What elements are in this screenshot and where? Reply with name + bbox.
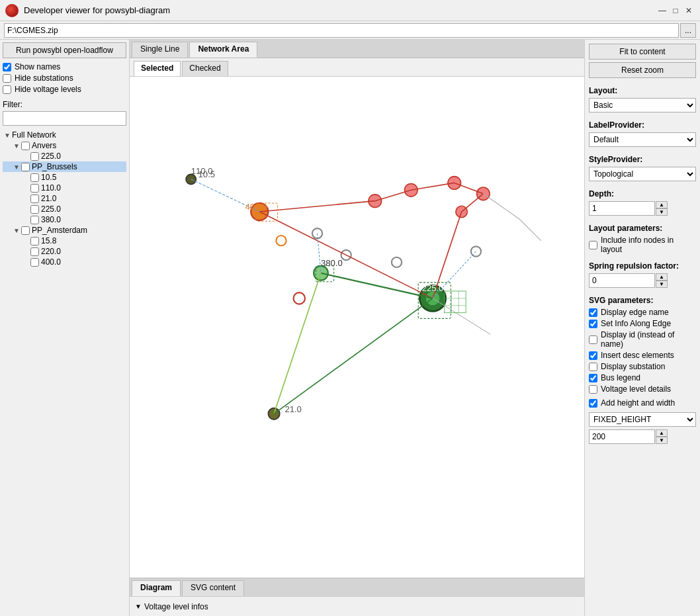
tree-checkbox-amsterdam-400[interactable] (30, 258, 39, 267)
tree-checkbox-brussels-21[interactable] (30, 195, 39, 203)
voltage-level-details-row: Voltage level details (589, 384, 696, 394)
reset-zoom-button[interactable]: Reset zoom (589, 62, 696, 78)
hide-substations-checkbox[interactable] (3, 74, 11, 83)
tree-label-brussels-225: 225.0 (41, 204, 61, 214)
height-up-button[interactable]: ▲ (656, 429, 668, 437)
top-tab-single-line[interactable]: Single Line (132, 42, 188, 58)
spring-repulsion-row: ▲ ▼ (589, 273, 696, 288)
fit-to-content-button[interactable]: Fit to content (589, 44, 696, 60)
layout-title: Layout: (589, 86, 696, 95)
display-edge-name-checkbox[interactable] (589, 308, 597, 317)
set-info-along-edge-label: Set Info Along Edge (601, 319, 671, 328)
sub-tab-checked[interactable]: Checked (182, 61, 228, 76)
voltage-infos-header[interactable]: ▼ Voltage level infos (135, 602, 208, 611)
tree-item-pp-amsterdam[interactable]: ▼PP_Amsterdam (3, 225, 126, 236)
tree-label-amsterdam-15: 15.8 (41, 236, 56, 245)
tree-label-brussels-110: 110.0 (41, 183, 61, 193)
styleprovider-select[interactable]: TopologicalNominal (589, 167, 696, 181)
tree-item-full-network[interactable]: ▼Full Network (3, 130, 126, 140)
tree-checkbox-pp-brussels[interactable] (21, 163, 30, 171)
depth-down-button[interactable]: ▼ (656, 208, 668, 216)
tree-item-brussels-380[interactable]: 380.0 (3, 214, 126, 225)
tree-item-anvers-225[interactable]: 225.0 (3, 151, 126, 161)
tree-checkbox-anvers-225[interactable] (30, 152, 39, 161)
hide-voltage-levels-checkbox[interactable] (3, 85, 11, 94)
tree-item-brussels-21[interactable]: 21.0 (3, 193, 126, 204)
include-info-nodes-row: Include info nodes in layout (589, 236, 696, 254)
tree-label-brussels-380: 380.0 (41, 215, 61, 224)
insert-desc-checkbox[interactable] (589, 351, 597, 360)
labelprovider-title: LabelProvider: (589, 120, 696, 130)
display-id-checkbox[interactable] (589, 335, 597, 344)
maximize-button[interactable]: □ (670, 5, 681, 17)
tree-checkbox-brussels-10[interactable] (30, 173, 39, 182)
top-tabs: Single LineNetwork Area (130, 40, 584, 58)
tree-toggle-pp-brussels[interactable]: ▼ (12, 163, 21, 171)
tree-item-amsterdam-400[interactable]: 400.0 (3, 257, 126, 267)
tree-toggle-pp-amsterdam[interactable]: ▼ (12, 227, 21, 234)
depth-input[interactable] (589, 201, 655, 216)
depth-title: Depth: (589, 189, 696, 198)
browse-button[interactable]: ... (680, 23, 696, 38)
tree-checkbox-amsterdam-15[interactable] (30, 237, 39, 245)
filter-label: Filter: (3, 100, 126, 109)
hide-voltage-levels-label: Hide voltage levels (15, 85, 81, 94)
bottom-tab-svg-content[interactable]: SVG content (182, 580, 244, 596)
tree-toggle-full-network[interactable]: ▼ (3, 132, 12, 139)
filter-input[interactable] (3, 111, 126, 126)
voltage-infos-bar[interactable]: ▼ Voltage level infos (130, 596, 584, 616)
voltage-level-details-checkbox[interactable] (589, 385, 597, 394)
height-down-button[interactable]: ▼ (656, 437, 668, 444)
tree-item-pp-brussels[interactable]: ▼PP_Brussels (3, 161, 126, 172)
spring-repulsion-down-button[interactable]: ▼ (656, 281, 668, 288)
add-height-width-checkbox[interactable] (589, 399, 597, 408)
tree-item-amsterdam-15[interactable]: 15.8 (3, 236, 126, 246)
filebar: ... (0, 21, 700, 40)
show-names-row: Show names (3, 62, 126, 71)
spring-repulsion-input[interactable] (589, 273, 655, 288)
height-mode-select[interactable]: FIXED_HEIGHTFIXED_WIDTHNONE (589, 412, 696, 427)
tree-label-pp-amsterdam: PP_Amsterdam (32, 226, 87, 235)
spring-repulsion-up-button[interactable]: ▲ (656, 273, 668, 281)
tree-item-brussels-10[interactable]: 10.5 (3, 172, 126, 183)
tree-checkbox-pp-amsterdam[interactable] (21, 226, 30, 235)
labelprovider-select[interactable]: DefaultCustom (589, 132, 696, 147)
tree-item-anvers[interactable]: ▼Anvers (3, 140, 126, 151)
spring-repulsion-title: Spring repulsion factor: (589, 261, 696, 271)
include-info-nodes-checkbox[interactable] (589, 241, 597, 249)
sub-tab-selected[interactable]: Selected (134, 61, 181, 76)
set-info-along-edge-row: Set Info Along Edge (589, 319, 696, 328)
display-substation-label: Display substation (601, 362, 665, 371)
tree-item-brussels-110[interactable]: 110.0 (3, 183, 126, 193)
tree-label-brussels-21: 21.0 (41, 194, 56, 203)
tree-checkbox-amsterdam-220[interactable] (30, 247, 39, 256)
insert-desc-label: Insert desc elements (601, 351, 674, 360)
hide-voltage-levels-row: Hide voltage levels (3, 85, 126, 94)
depth-spinner-buttons: ▲ ▼ (656, 201, 668, 216)
layout-select[interactable]: BasicSmartForce (589, 98, 696, 112)
tree-item-amsterdam-220[interactable]: 220.0 (3, 246, 126, 257)
show-names-checkbox[interactable] (3, 63, 11, 71)
display-id-row: Display id (instead of name) (589, 330, 696, 349)
tree-item-brussels-225[interactable]: 225.0 (3, 204, 126, 214)
voltage-infos-arrow: ▼ (135, 603, 142, 610)
height-value-input[interactable] (589, 429, 655, 444)
close-button[interactable]: ✕ (683, 5, 695, 17)
tree-checkbox-brussels-110[interactable] (30, 184, 39, 193)
bottom-tab-diagram[interactable]: Diagram (132, 580, 181, 596)
top-tab-network-area[interactable]: Network Area (189, 42, 257, 58)
display-substation-checkbox[interactable] (589, 363, 597, 371)
tree-label-amsterdam-220: 220.0 (41, 247, 61, 256)
minimize-button[interactable]: — (656, 5, 668, 17)
bus-legend-checkbox[interactable] (589, 374, 597, 382)
depth-up-button[interactable]: ▲ (656, 201, 668, 208)
display-edge-name-label: Display edge name (601, 308, 669, 317)
file-path-input[interactable] (4, 23, 679, 38)
run-loadflow-button[interactable]: Run powsybl open-loadflow (3, 42, 126, 58)
tree-checkbox-anvers[interactable] (21, 142, 30, 150)
bus-legend-row: Bus legend (589, 373, 696, 382)
tree-checkbox-brussels-380[interactable] (30, 216, 39, 224)
tree-toggle-anvers[interactable]: ▼ (12, 142, 21, 150)
set-info-along-edge-checkbox[interactable] (589, 320, 597, 328)
tree-checkbox-brussels-225[interactable] (30, 205, 39, 214)
